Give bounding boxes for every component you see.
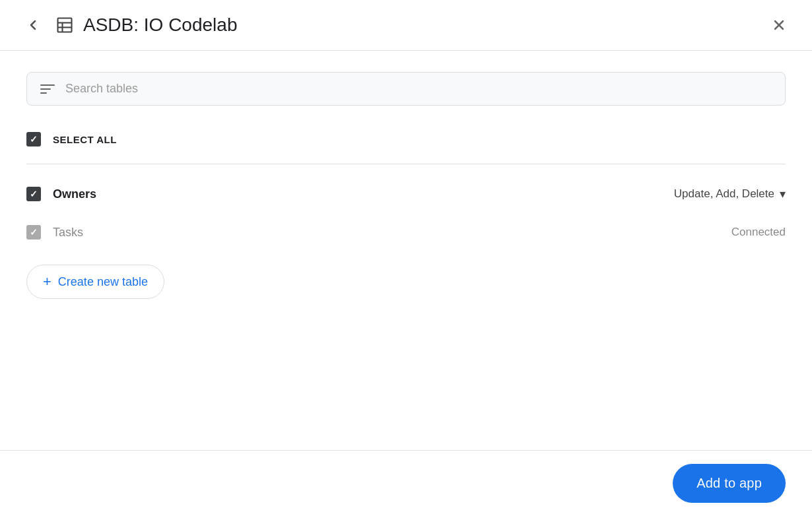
owners-checkbox[interactable]: ✓ [26, 187, 41, 201]
search-input[interactable] [65, 82, 772, 96]
owners-dropdown-arrow: ▾ [780, 187, 786, 201]
owners-label: Owners [53, 187, 674, 201]
create-new-label: Create new table [58, 275, 148, 289]
table-row-tasks: ✓ Tasks Connected [26, 213, 786, 251]
select-all-checkmark: ✓ [30, 135, 38, 144]
search-box[interactable] [26, 72, 786, 106]
tasks-checkmark: ✓ [30, 228, 38, 237]
owners-action-dropdown[interactable]: Update, Add, Delete ▾ [674, 187, 786, 201]
dialog-header: ASDB: IO Codelab [0, 0, 812, 51]
filter-icon [40, 84, 56, 94]
tasks-label: Tasks [53, 226, 731, 240]
create-new-table-button[interactable]: + Create new table [26, 265, 164, 299]
dialog-footer: Add to app [0, 450, 812, 516]
add-to-app-button[interactable]: Add to app [673, 464, 786, 503]
select-all-row: ✓ SELECT ALL [26, 125, 786, 153]
tasks-status: Connected [731, 226, 786, 239]
select-all-label: SELECT ALL [53, 134, 117, 145]
svg-rect-0 [58, 18, 72, 32]
dialog-title: ASDB: IO Codelab [83, 15, 767, 36]
divider-1 [26, 164, 786, 164]
back-button[interactable] [21, 13, 45, 37]
tasks-checkbox[interactable]: ✓ [26, 225, 41, 240]
table-icon [55, 16, 74, 34]
main-content: ✓ SELECT ALL ✓ Owners Update, Add, Delet… [0, 51, 812, 450]
table-row-owners: ✓ Owners Update, Add, Delete ▾ [26, 175, 786, 213]
dialog-container: ASDB: IO Codelab ✓ SE [0, 0, 812, 516]
select-all-checkbox[interactable]: ✓ [26, 132, 41, 146]
owners-checkmark: ✓ [30, 189, 38, 199]
create-plus-icon: + [43, 274, 51, 289]
owners-action-label: Update, Add, Delete [674, 187, 774, 201]
close-button[interactable] [767, 13, 791, 37]
